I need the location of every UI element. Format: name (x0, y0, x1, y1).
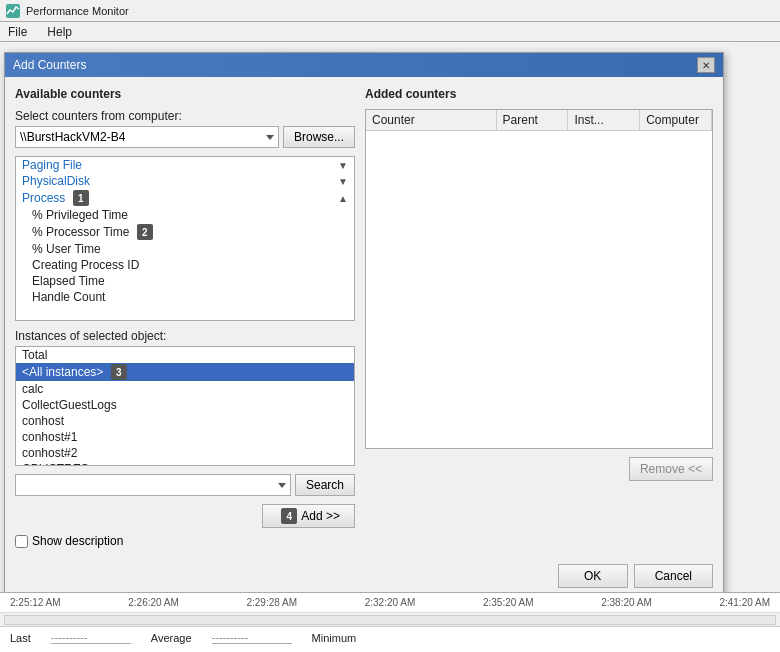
last-value: ---------- (51, 631, 131, 644)
main-window: Add Counters ✕ Available counters Select… (0, 42, 780, 652)
counter-processor-time[interactable]: % Processor Time 2 (16, 223, 354, 241)
show-description-row: Show description (15, 534, 355, 548)
app-icon (6, 4, 20, 18)
added-counters-container: Counter Parent Inst... Computer (365, 109, 713, 449)
ok-button[interactable]: OK (558, 564, 628, 588)
time-1: 2:26:20 AM (128, 597, 179, 608)
col-computer: Computer (640, 110, 712, 130)
menu-help[interactable]: Help (43, 25, 76, 39)
counter-physicaldisk[interactable]: PhysicalDisk ▼ (16, 173, 354, 189)
computer-label: Select counters from computer: (15, 109, 355, 123)
table-header: Counter Parent Inst... Computer (366, 110, 712, 131)
instance-all[interactable]: <All instances> 3 (16, 363, 354, 381)
instance-calc[interactable]: calc (16, 381, 354, 397)
expand-icon-physicaldisk: ▼ (338, 176, 348, 187)
app-title: Performance Monitor (26, 5, 129, 17)
search-select[interactable] (15, 474, 291, 496)
added-counters-title: Added counters (365, 87, 713, 101)
expand-icon-process: ▲ (338, 193, 348, 204)
show-description-checkbox[interactable] (15, 535, 28, 548)
search-button[interactable]: Search (295, 474, 355, 496)
ok-cancel-row: OK Cancel (558, 564, 713, 588)
average-label: Average (151, 632, 192, 644)
col-parent: Parent (497, 110, 569, 130)
counter-elapsed-time[interactable]: Elapsed Time (16, 273, 354, 289)
computer-select[interactable]: \\BurstHackVM2-B4 (15, 126, 279, 148)
computer-row: \\BurstHackVM2-B4 Browse... (15, 126, 355, 148)
col-inst: Inst... (568, 110, 640, 130)
horizontal-scrollbar[interactable] (0, 613, 780, 627)
remove-row: Remove << (365, 457, 713, 481)
available-counters-title: Available counters (15, 87, 355, 101)
left-panel: Available counters Select counters from … (15, 87, 355, 548)
counter-paging-file[interactable]: Paging File ▼ (16, 157, 354, 173)
h-scroll-track (4, 615, 776, 625)
minimum-label: Minimum (312, 632, 357, 644)
counter-privileged-time[interactable]: % Privileged Time (16, 207, 354, 223)
title-bar: Performance Monitor (0, 0, 780, 22)
bottom-area: 2:25:12 AM 2:26:20 AM 2:29:28 AM 2:32:20… (0, 592, 780, 652)
search-row: Search (15, 474, 355, 496)
counter-process-id[interactable]: Creating Process ID (16, 257, 354, 273)
time-axis: 2:25:12 AM 2:26:20 AM 2:29:28 AM 2:32:20… (0, 593, 780, 613)
dialog-body: Available counters Select counters from … (5, 77, 723, 558)
last-label: Last (10, 632, 31, 644)
instance-collectguestlogs[interactable]: CollectGuestLogs (16, 397, 354, 413)
counter-handle-count[interactable]: Handle Count (16, 289, 354, 305)
time-5: 2:38:20 AM (601, 597, 652, 608)
add-counters-dialog: Add Counters ✕ Available counters Select… (4, 52, 724, 599)
right-panel: Added counters Counter Parent Inst... Co… (365, 87, 713, 548)
instance-conhost[interactable]: conhost (16, 413, 354, 429)
instances-label: Instances of selected object: (15, 329, 355, 343)
menu-file[interactable]: File (4, 25, 31, 39)
instance-cplistres[interactable]: CPLISTRES (16, 461, 354, 466)
bottom-stats: Last ---------- Average ---------- Minim… (0, 627, 780, 648)
cancel-button[interactable]: Cancel (634, 564, 713, 588)
instance-conhost2[interactable]: conhost#2 (16, 445, 354, 461)
menu-bar: File Help (0, 22, 780, 42)
instances-container[interactable]: Total <All instances> 3 calc CollectGues… (15, 346, 355, 466)
remove-button[interactable]: Remove << (629, 457, 713, 481)
dialog-close-button[interactable]: ✕ (697, 57, 715, 73)
counter-process[interactable]: Process 1 ▲ (16, 189, 354, 207)
add-row: 4 Add >> (15, 504, 355, 528)
time-4: 2:35:20 AM (483, 597, 534, 608)
add-button[interactable]: 4 Add >> (262, 504, 355, 528)
time-3: 2:32:20 AM (365, 597, 416, 608)
add-badge: 4 (281, 508, 297, 524)
col-counter: Counter (366, 110, 497, 130)
average-value: ---------- (212, 631, 292, 644)
time-0: 2:25:12 AM (10, 597, 61, 608)
time-6: 2:41:20 AM (719, 597, 770, 608)
dialog-title: Add Counters (13, 58, 86, 72)
instance-conhost1[interactable]: conhost#1 (16, 429, 354, 445)
show-description-label: Show description (32, 534, 123, 548)
instance-total[interactable]: Total (16, 347, 354, 363)
counter-list-container[interactable]: Paging File ▼ PhysicalDisk ▼ Process 1 ▲ (15, 156, 355, 321)
expand-icon-paging: ▼ (338, 160, 348, 171)
time-2: 2:29:28 AM (246, 597, 297, 608)
dialog-title-bar: Add Counters ✕ (5, 53, 723, 77)
add-label: Add >> (301, 509, 340, 523)
table-body (366, 131, 712, 445)
counter-list: Paging File ▼ PhysicalDisk ▼ Process 1 ▲ (16, 157, 354, 305)
counter-user-time[interactable]: % User Time (16, 241, 354, 257)
browse-button[interactable]: Browse... (283, 126, 355, 148)
